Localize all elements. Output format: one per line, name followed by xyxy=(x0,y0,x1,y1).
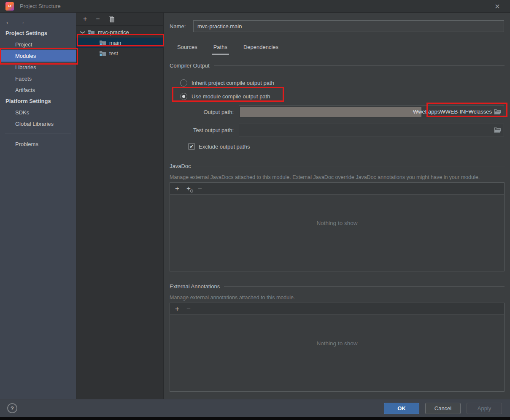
browse-folder-icon[interactable] xyxy=(494,127,502,133)
apply-button: Apply xyxy=(467,403,502,414)
details-tabs: Sources Paths Dependencies xyxy=(175,43,505,55)
name-label: Name: xyxy=(170,23,189,30)
output-path-value: ₩webapps₩WEB-INF₩classes xyxy=(413,106,492,118)
cancel-button[interactable]: Cancel xyxy=(425,403,461,414)
sidebar-item-global-libraries[interactable]: Global Libraries xyxy=(0,118,76,130)
add-javadoc-icon[interactable]: + xyxy=(175,184,179,193)
module-name-row: Name: xyxy=(170,20,505,32)
project-settings-header: Project Settings xyxy=(0,28,76,39)
sidebar-item-artifacts[interactable]: Artifacts xyxy=(0,84,76,96)
exclude-output-paths-label: Exclude output paths xyxy=(199,144,250,150)
javadoc-title: JavaDoc xyxy=(170,163,191,169)
radio-unselected-icon[interactable] xyxy=(180,79,187,87)
javadoc-header: JavaDoc xyxy=(170,163,505,169)
sidebar-item-libraries[interactable]: Libraries xyxy=(0,62,76,73)
sidebar-item-problems[interactable]: Problems xyxy=(0,138,76,150)
inherit-output-radio-label: Inherit project compile output path xyxy=(192,80,274,86)
module-tree-panel: + − ❯ mvc-practice main xyxy=(76,13,164,399)
remove-javadoc-icon: − xyxy=(198,184,202,193)
external-annotations-header: External Annotations xyxy=(170,283,505,290)
add-module-icon[interactable]: + xyxy=(83,16,87,22)
settings-sidebar: ← → Project Settings Project Modules Lib… xyxy=(0,13,76,399)
checkbox-checked-icon[interactable]: ✔ xyxy=(188,143,195,150)
javadoc-toolbar: + + − xyxy=(170,183,504,195)
module-name-input[interactable] xyxy=(193,20,504,32)
tree-label-test: test xyxy=(109,50,118,57)
project-structure-dialog: IJ Project Structure ✕ ← → Project Setti… xyxy=(0,0,510,420)
dialog-footer: ? OK Cancel Apply xyxy=(0,399,510,417)
section-rule xyxy=(195,166,505,166)
use-module-output-radio-row[interactable]: Use module compile output path xyxy=(180,93,505,100)
external-annotations-title: External Annotations xyxy=(170,283,220,290)
intellij-logo-icon: IJ xyxy=(5,2,14,11)
external-annotations-toolbar: + − xyxy=(170,303,504,315)
remove-annotation-icon: − xyxy=(186,305,191,313)
tree-row-mvc-practice[interactable]: ❯ mvc-practice xyxy=(76,27,163,38)
forward-arrow-icon: → xyxy=(18,18,25,26)
test-output-path-label: Test output path: xyxy=(170,127,234,133)
remove-module-icon[interactable]: − xyxy=(96,16,100,22)
sidebar-divider xyxy=(5,133,71,133)
back-arrow-icon[interactable]: ← xyxy=(5,18,12,26)
tab-paths[interactable]: Paths xyxy=(212,43,229,55)
add-javadoc-url-icon[interactable]: + xyxy=(186,184,191,193)
dialog-title: Project Structure xyxy=(20,3,61,9)
tree-row-test[interactable]: test xyxy=(76,48,163,59)
exclude-output-paths-row[interactable]: ✔ Exclude output paths xyxy=(188,143,505,150)
module-details-panel: Name: Sources Paths Dependencies Compile… xyxy=(164,13,510,399)
test-output-path-row: Test output path: xyxy=(170,124,505,136)
module-folder-icon xyxy=(99,40,106,46)
titlebar: IJ Project Structure ✕ xyxy=(0,0,510,13)
compiler-output-header: Compiler Output xyxy=(170,62,505,69)
sidebar-item-project[interactable]: Project xyxy=(0,39,76,50)
output-path-row: Output path: ₩webapps₩WEB-INF₩classes xyxy=(170,106,505,118)
external-annotations-empty-state: Nothing to show xyxy=(170,315,504,391)
copy-module-icon[interactable] xyxy=(109,16,114,22)
output-path-field[interactable]: ₩webapps₩WEB-INF₩classes xyxy=(239,106,504,118)
window-bottom-edge xyxy=(0,417,510,420)
compiler-output-title: Compiler Output xyxy=(170,62,210,69)
tree-row-main[interactable]: main xyxy=(76,38,163,48)
radio-selected-icon[interactable] xyxy=(180,93,187,100)
javadoc-description: Manage external JavaDocs attached to thi… xyxy=(170,174,505,180)
url-circle-glyph xyxy=(190,190,193,192)
tree-label-root: mvc-practice xyxy=(98,29,129,35)
path-selection-highlight xyxy=(240,107,421,117)
module-tree-toolbar: + − xyxy=(76,13,163,26)
footer-buttons: OK Cancel Apply xyxy=(384,403,502,414)
javadoc-list-panel: + + − Nothing to show xyxy=(170,182,505,271)
browse-folder-icon[interactable] xyxy=(494,109,502,115)
ok-button[interactable]: OK xyxy=(384,403,419,414)
module-folder-icon xyxy=(88,29,95,35)
sidebar-item-facets[interactable]: Facets xyxy=(0,73,76,84)
chevron-down-icon[interactable]: ❯ xyxy=(80,30,86,35)
inherit-output-radio-row[interactable]: Inherit project compile output path xyxy=(180,79,505,87)
use-module-output-radio-label: Use module compile output path xyxy=(192,93,270,100)
help-icon[interactable]: ? xyxy=(7,403,17,413)
module-tree: ❯ mvc-practice main test xyxy=(76,26,163,59)
module-folder-icon xyxy=(99,50,106,57)
javadoc-empty-state: Nothing to show xyxy=(170,195,504,271)
tab-sources[interactable]: Sources xyxy=(175,43,199,55)
platform-settings-header: Platform Settings xyxy=(0,96,76,107)
sidebar-item-modules[interactable]: Modules xyxy=(0,50,76,62)
section-rule xyxy=(224,286,505,287)
external-annotations-description: Manage external annotations attached to … xyxy=(170,295,505,301)
sidebar-item-sdks[interactable]: SDKs xyxy=(0,107,76,118)
add-annotation-icon[interactable]: + xyxy=(175,305,179,313)
test-output-path-field[interactable] xyxy=(239,124,504,136)
history-nav: ← → xyxy=(0,13,76,28)
section-rule xyxy=(214,65,505,66)
tab-dependencies[interactable]: Dependencies xyxy=(242,43,280,55)
tree-label-main: main xyxy=(109,40,121,46)
output-path-label: Output path: xyxy=(170,109,234,115)
external-annotations-list-panel: + − Nothing to show xyxy=(170,303,505,392)
close-icon[interactable]: ✕ xyxy=(493,2,502,11)
